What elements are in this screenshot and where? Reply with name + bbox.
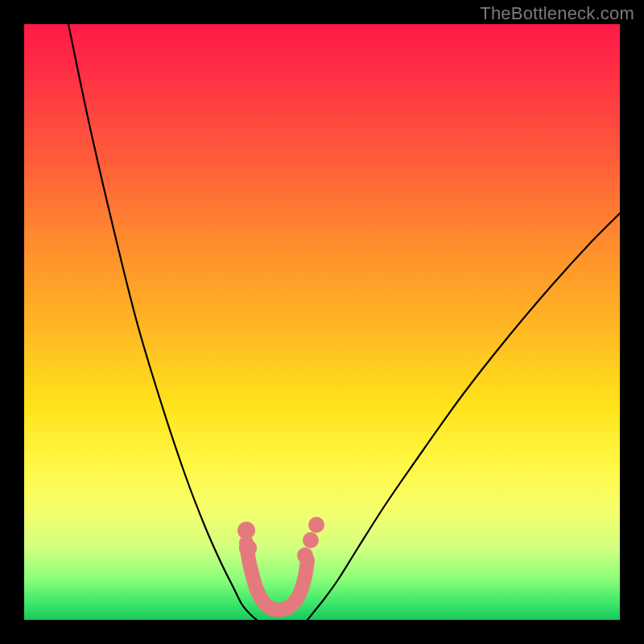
plot-area <box>24 24 620 620</box>
series-left-curve <box>68 24 257 620</box>
curves-group <box>68 24 620 620</box>
markers-group <box>237 517 324 564</box>
marker-0 <box>237 522 255 539</box>
marker-3 <box>303 532 319 548</box>
chart-svg <box>24 24 620 620</box>
chart-frame: TheBottleneck.com <box>0 0 644 644</box>
series-right-curve <box>308 213 620 620</box>
watermark-text: TheBottleneck.com <box>480 3 634 24</box>
marker-1 <box>239 539 257 557</box>
marker-4 <box>308 517 324 533</box>
marker-2 <box>297 547 313 564</box>
